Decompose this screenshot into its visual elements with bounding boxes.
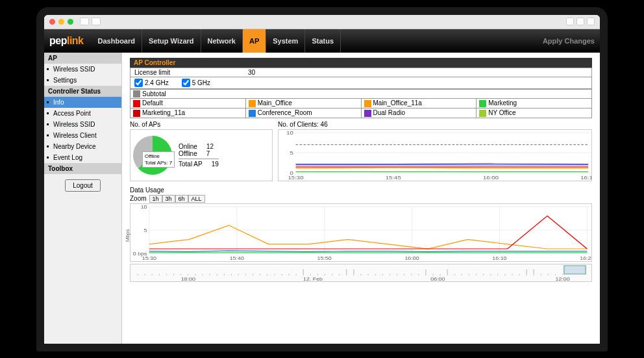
top-nav: peplink DashboardSetup WizardNetworkAPSy… xyxy=(44,29,600,53)
zoom-3h[interactable]: 3h xyxy=(162,195,175,203)
nav-dashboard[interactable]: Dashboard xyxy=(92,29,142,53)
zoom-6h[interactable]: 6h xyxy=(175,195,188,203)
sidebar-header: Toolbox xyxy=(44,163,121,174)
overview-chart[interactable]: 18:0012. Feb06:0012:00 xyxy=(130,264,592,282)
apply-changes-button[interactable]: Apply Changes xyxy=(543,37,595,45)
svg-text:15:45: 15:45 xyxy=(386,175,401,181)
frequency-filter: 2.4 GHz 5 GHz xyxy=(130,77,592,89)
license-row: License limit 30 xyxy=(130,68,592,77)
svg-text:12:00: 12:00 xyxy=(556,277,571,281)
svg-text:10: 10 xyxy=(286,130,293,136)
legend-item[interactable]: Dual Radio xyxy=(361,109,477,118)
aps-label: No. of APs xyxy=(130,121,273,128)
svg-text:12. Feb: 12. Feb xyxy=(303,277,323,281)
nav-ap[interactable]: AP xyxy=(243,29,266,53)
browser-chrome xyxy=(44,15,600,29)
legend-item[interactable]: Main_Office xyxy=(245,99,361,109)
nav-status[interactable]: Status xyxy=(305,29,341,53)
sidebar-item-wireless-ssid[interactable]: Wireless SSID xyxy=(44,64,121,75)
clients-chart[interactable]: 051015:3015:4516:0016:15 xyxy=(278,129,592,181)
ap-pie-block: Offline Total APs: 7 Online12 Offline7 T… xyxy=(130,129,273,181)
max-dot[interactable] xyxy=(68,19,73,25)
license-label: License limit xyxy=(134,69,170,76)
usage-label: Data Usage xyxy=(130,186,592,194)
nav-fwd[interactable] xyxy=(92,18,101,25)
legend-item[interactable]: Marketing xyxy=(477,99,592,109)
svg-text:16:00: 16:00 xyxy=(483,175,499,181)
brand-logo: peplink xyxy=(49,35,84,47)
legend-item[interactable]: Main_Office_11a xyxy=(361,99,477,109)
svg-text:16:10: 16:10 xyxy=(492,255,507,261)
panel-title: AP Controller xyxy=(130,58,592,68)
svg-rect-93 xyxy=(564,266,586,274)
sidebar-header: Controller Status xyxy=(44,86,121,97)
ap-pie-chart[interactable]: Offline Total APs: 7 xyxy=(133,136,172,175)
svg-text:5: 5 xyxy=(290,150,293,156)
sidebar: APWireless SSIDSettingsController Status… xyxy=(44,53,122,344)
zoom-1h[interactable]: 1h xyxy=(149,195,162,203)
pie-tooltip: Offline Total APs: 7 xyxy=(142,151,175,168)
svg-text:15:30: 15:30 xyxy=(288,175,303,181)
min-dot[interactable] xyxy=(58,19,64,25)
nav-back[interactable] xyxy=(80,18,89,25)
svg-text:18:00: 18:00 xyxy=(181,277,196,281)
checkbox-2.4ghz[interactable] xyxy=(134,79,143,87)
main-panel: AP Controller License limit 30 2.4 GHz 5… xyxy=(122,53,600,344)
svg-rect-28 xyxy=(130,264,591,281)
svg-text:15:40: 15:40 xyxy=(230,255,245,261)
logout-button[interactable]: Logout xyxy=(65,179,101,192)
svg-text:16:20: 16:20 xyxy=(580,255,591,261)
nav-setup-wizard[interactable]: Setup Wizard xyxy=(142,29,201,53)
sidebar-item-access-point[interactable]: Access Point xyxy=(44,108,121,119)
label-2.4ghz: 2.4 GHz xyxy=(145,79,169,86)
close-dot[interactable] xyxy=(49,19,55,25)
legend-item[interactable]: NY Office xyxy=(477,109,592,118)
legend-item[interactable]: Default xyxy=(130,99,246,109)
ssid-legend: SubtotalDefaultMain_OfficeMain_Office_11… xyxy=(130,89,592,119)
label-5ghz: 5 GHz xyxy=(192,79,210,86)
svg-text:10: 10 xyxy=(141,204,147,210)
legend-subtotal[interactable]: Subtotal xyxy=(130,89,592,99)
svg-text:16:00: 16:00 xyxy=(404,255,419,261)
sidebar-item-event-log[interactable]: Event Log xyxy=(44,152,121,163)
browser-tab-icon[interactable] xyxy=(587,18,595,25)
legend-item[interactable]: Conference_Room xyxy=(245,109,361,118)
svg-text:16:15: 16:15 xyxy=(580,175,591,181)
sidebar-item-info[interactable]: Info xyxy=(44,97,121,108)
nav-system[interactable]: System xyxy=(266,29,305,53)
browser-menu-icon[interactable] xyxy=(576,18,584,25)
svg-text:15:50: 15:50 xyxy=(317,255,332,261)
license-value: 30 xyxy=(248,69,255,76)
svg-text:5: 5 xyxy=(144,227,147,233)
usage-chart[interactable]: Mbps 0 bps51015:3015:4015:5016:0016:1016… xyxy=(130,203,592,262)
checkbox-5ghz[interactable] xyxy=(182,79,190,87)
ap-counts: Online12 Offline7 Total AP19 xyxy=(179,143,219,168)
svg-text:06:00: 06:00 xyxy=(430,277,445,281)
browser-gear-icon[interactable] xyxy=(566,18,574,25)
zoom-label: Zoom xyxy=(130,195,147,202)
sidebar-header: AP xyxy=(44,53,121,64)
sidebar-item-wireless-ssid[interactable]: Wireless SSID xyxy=(44,119,121,130)
clients-label: No. of Clients: 46 xyxy=(278,121,592,128)
sidebar-item-settings[interactable]: Settings xyxy=(44,75,121,86)
sidebar-item-nearby-device[interactable]: Nearby Device xyxy=(44,141,121,152)
sidebar-item-wireless-client[interactable]: Wireless Client xyxy=(44,130,121,141)
svg-text:15:30: 15:30 xyxy=(142,255,157,261)
usage-ylabel: Mbps xyxy=(125,229,130,242)
legend-item[interactable]: Marketing_11a xyxy=(130,109,246,118)
nav-network[interactable]: Network xyxy=(201,29,243,53)
zoom-all[interactable]: ALL xyxy=(188,195,205,203)
